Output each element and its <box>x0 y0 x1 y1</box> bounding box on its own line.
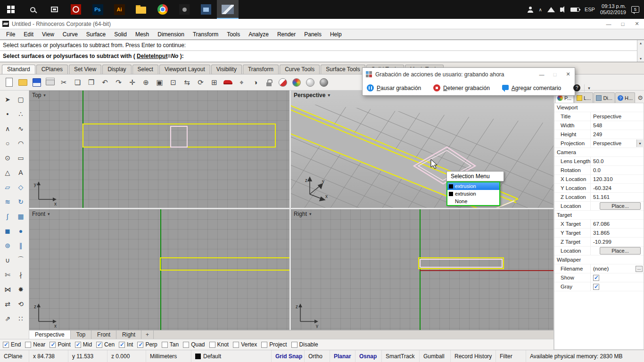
box-icon[interactable]: ◼ <box>1 224 14 238</box>
osnap-project[interactable]: Project <box>261 341 287 348</box>
revolve-icon[interactable]: ↻ <box>15 195 27 208</box>
zoom-window-icon[interactable]: ▣ <box>153 76 166 89</box>
tab-help[interactable]: ?H... <box>615 92 635 103</box>
status-grid-snap[interactable]: Grid Snap <box>272 350 305 362</box>
viewport-top[interactable]: Top▾ y x <box>29 90 289 208</box>
move-icon[interactable]: ✛ <box>126 76 139 89</box>
prop-value[interactable]: -10.299 <box>590 238 644 246</box>
surface-icon[interactable]: ▱ <box>1 180 14 194</box>
toolbar-tab-cplanes[interactable]: CPlanes <box>36 65 68 74</box>
highlighted-extrusion-outline[interactable] <box>170 126 188 148</box>
prop-value[interactable]: 249 <box>590 130 644 139</box>
redo-icon[interactable]: ↷ <box>112 76 125 89</box>
zoom-extents-icon[interactable]: ⊡ <box>167 76 180 89</box>
toolbar-tab-surface-tools[interactable]: Surface Tools <box>321 65 365 74</box>
status-filter[interactable]: Filter <box>496 350 526 362</box>
viewport-front[interactable]: Front▾ z x <box>29 209 289 330</box>
menu-surface[interactable]: Surface <box>82 29 110 40</box>
selected-curve-outline[interactable] <box>160 257 289 271</box>
rectangle-icon[interactable]: ▭ <box>15 151 27 165</box>
viewport-right[interactable]: Right▾ z y <box>291 209 553 330</box>
recorder-chevron-icon[interactable]: ▾ <box>584 84 590 92</box>
viewport-title-perspective[interactable]: Perspective▾ <box>294 92 330 99</box>
chevron-down-icon[interactable]: ▾ <box>328 93 330 98</box>
menu-file[interactable]: File <box>2 29 19 40</box>
point-icon[interactable]: • <box>1 107 14 121</box>
viewport-tab-front[interactable]: Front <box>91 330 116 339</box>
open-file-icon[interactable] <box>17 76 29 89</box>
chrome-taskbar-button[interactable] <box>152 0 173 19</box>
status-millimeters[interactable]: Millimeters <box>146 350 191 362</box>
illustrator-taskbar-button[interactable]: Ai <box>108 0 130 19</box>
save-icon[interactable] <box>30 76 43 89</box>
fillet-icon[interactable]: ⌒ <box>15 253 27 267</box>
toolbar-tab-curve-tools[interactable]: Curve Tools <box>280 65 320 74</box>
photos-taskbar-button[interactable] <box>195 0 217 19</box>
osnap-checkbox-vertex[interactable] <box>233 342 239 348</box>
cylinder-icon[interactable]: ⊚ <box>1 239 14 252</box>
gray-checkbox[interactable] <box>593 284 599 290</box>
menu-panels[interactable]: Panels <box>300 29 326 40</box>
viewport-perspective[interactable]: z y x Perspective▾ Selection Menu extrus… <box>291 90 553 208</box>
boolean-icon[interactable]: ∪ <box>1 253 14 267</box>
menu-help[interactable]: Help <box>326 29 346 40</box>
status-planar[interactable]: Planar <box>330 350 355 362</box>
status-z-0-000[interactable]: z 0.000 <box>107 350 146 362</box>
osnap-checkbox-perp[interactable] <box>137 342 143 348</box>
language-indicator[interactable]: ESP <box>585 7 595 12</box>
chevron-down-icon[interactable]: ▾ <box>43 93 46 98</box>
visibility-icon[interactable]: ◑ <box>249 76 262 89</box>
circle-icon[interactable]: ○ <box>1 136 14 150</box>
menu-render[interactable]: Render <box>273 29 300 40</box>
prop-value[interactable]: 548 <box>590 121 644 130</box>
join-icon[interactable]: ⋈ <box>1 282 14 296</box>
osnap-near[interactable]: Near <box>25 341 45 348</box>
place-button[interactable]: Place... <box>600 202 641 210</box>
osnap-checkbox-int[interactable] <box>119 342 125 348</box>
osnap-checkbox-mid[interactable] <box>75 342 81 348</box>
search-taskbar-button[interactable] <box>22 0 43 19</box>
browse-button[interactable]: ... <box>636 266 643 272</box>
file-explorer-button[interactable] <box>130 0 152 19</box>
tab-layers[interactable]: L... <box>574 92 593 103</box>
command-option-deleteinput[interactable]: DeleteInput <box>137 53 167 59</box>
show-checkbox[interactable] <box>593 275 599 281</box>
osnap-mid[interactable]: Mid <box>75 341 92 348</box>
status-x-84-738[interactable]: x 84.738 <box>29 350 68 362</box>
named-view-car-icon[interactable] <box>222 76 234 89</box>
display-rendered-icon[interactable] <box>290 76 303 89</box>
scroll-down-icon[interactable]: ▾ <box>640 57 642 61</box>
prop-value[interactable]: 120.310 <box>590 175 644 183</box>
status-osnap[interactable]: Osnap <box>355 350 382 362</box>
window-select-icon[interactable]: ▢ <box>15 92 27 106</box>
viewport-tab-right[interactable]: Right <box>116 330 141 339</box>
select-icon[interactable]: ➤ <box>1 92 14 106</box>
paste-icon[interactable]: ❐ <box>85 76 98 89</box>
snipping-taskbar-button[interactable] <box>173 0 195 19</box>
object-snap-icon[interactable]: ⌖ <box>235 76 248 89</box>
osnap-checkbox-knot[interactable] <box>209 342 215 348</box>
polygon-icon[interactable]: △ <box>1 165 14 179</box>
command-scrollbar[interactable]: ▴ ▾ <box>637 40 644 62</box>
ellipse-icon[interactable]: ⊙ <box>1 151 14 165</box>
pan-icon[interactable]: ⇆ <box>181 76 193 89</box>
user-account-icon[interactable] <box>527 7 534 13</box>
prop-value[interactable]: 51.161 <box>590 193 644 201</box>
toolbar-tab-display[interactable]: Display <box>102 65 131 74</box>
osnap-cen[interactable]: Cen <box>96 341 115 348</box>
panel-gear-icon[interactable]: ⚙ <box>637 94 643 101</box>
loft-icon[interactable]: ≋ <box>1 195 14 208</box>
task-view-button[interactable] <box>43 0 65 19</box>
viewport-title-front[interactable]: Front▾ <box>32 211 50 217</box>
selection-menu-item-none[interactable]: None <box>447 197 499 205</box>
status-record-history[interactable]: Record History <box>451 350 496 362</box>
prop-value[interactable]: Perspective <box>590 112 644 121</box>
point-cloud-icon[interactable]: ∴ <box>15 107 27 121</box>
toolbar-tab-visibility[interactable]: Visibility <box>211 65 242 74</box>
viewport-tab-top[interactable]: Top <box>71 330 91 339</box>
prop-value[interactable]: 50.0 <box>590 157 644 165</box>
network-icon[interactable] <box>547 7 555 12</box>
battery-icon[interactable] <box>570 8 579 12</box>
osnap-checkbox-near[interactable] <box>25 342 31 348</box>
menu-transform[interactable]: Transform <box>189 29 223 40</box>
